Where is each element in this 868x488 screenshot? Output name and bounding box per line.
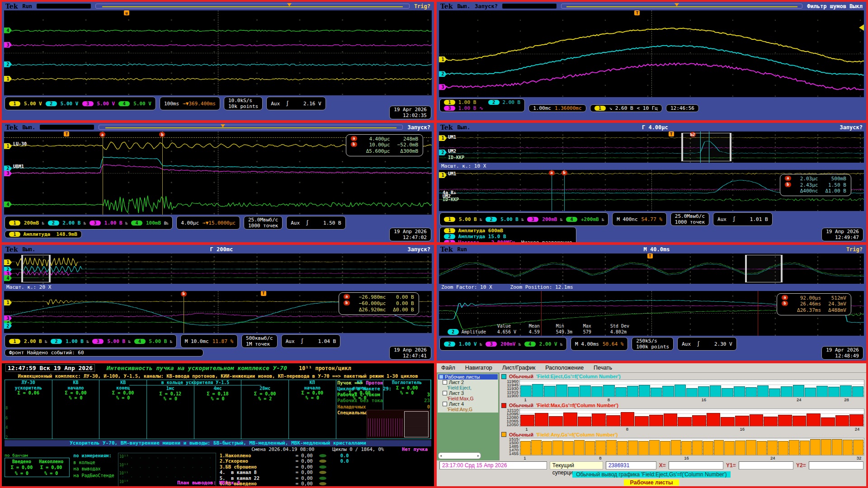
bar <box>580 385 591 397</box>
scroll-left-icon[interactable]: ◂ <box>440 454 442 458</box>
extraction-list-item: 2.Ускорено= 0,000.0 <box>220 458 431 464</box>
zoom-window-bracket[interactable] <box>681 133 731 161</box>
date-time-box: 19 Апр 2026 12:49:47 <box>821 228 863 241</box>
bar <box>664 413 678 426</box>
horizontal-position-bar[interactable] <box>561 4 802 9</box>
menu-item-Печать[interactable]: Печать <box>594 365 612 371</box>
measurement-table: ValueMeanMinMaxStd Dev2 Amplitude4.656 V… <box>448 323 637 335</box>
tree-item-formula[interactable]: 'Field:Max,G <box>438 396 498 401</box>
cursor-a-line[interactable] <box>103 131 103 215</box>
bar <box>789 440 799 455</box>
cursor-b-line[interactable] <box>564 170 565 211</box>
extraction-list-item: 3.БВ сброшено= 0,00 <box>220 464 431 469</box>
by-bunch-label: по банчам <box>5 453 70 458</box>
tree-item-Лист 3[interactable]: Лист 3 <box>438 390 498 396</box>
horizontal-position-bar[interactable] <box>95 4 410 9</box>
bar <box>746 440 756 455</box>
cursor-b-line[interactable] <box>758 291 758 336</box>
extraction-list: 1.Накоплено= 0,000.02.Ускорено= 0,000.03… <box>220 453 431 486</box>
tree-item-Лист 2[interactable]: Лист 2 <box>438 380 498 385</box>
sheet-checkbox[interactable] <box>443 402 447 406</box>
tree-root-worksheets[interactable]: Рабочие листы <box>438 374 498 380</box>
trigger-position-icon[interactable] <box>221 124 225 127</box>
channel-scale-box: 15.00 V25.00 V35.00 V45.00 V <box>5 97 156 110</box>
trigger-position-icon[interactable] <box>675 3 679 6</box>
chart-plot-area: 1196011945119301191511900 <box>519 380 864 397</box>
oscilloscope-2: Tek Вып. Запуск? Фильтр шумов Выкл T 1 2… <box>437 2 866 120</box>
aux-trigger-box: Aux ∫1.04 В <box>281 334 341 348</box>
sheet-checkbox[interactable] <box>443 391 447 395</box>
panel-title: Интенсивность пучка на ускорительном ком… <box>107 365 287 371</box>
zoom-factor-label: Zoom Factor: 10 X <box>441 284 492 290</box>
cursor-line[interactable] <box>184 291 184 333</box>
bar <box>520 415 534 426</box>
tree-item-Лист 4[interactable]: Лист 4 <box>438 401 498 407</box>
cursor-b-line[interactable] <box>162 131 163 215</box>
trigger-box: 1↘ 2.60 В< 10 Гц <box>590 104 662 112</box>
bar <box>832 439 842 455</box>
tree-item-formula[interactable]: 'Field:Any,G <box>438 407 498 412</box>
bar <box>793 385 804 397</box>
date-time-box: 19 Апр 2026 12:47:41 <box>389 346 431 360</box>
menu-item-Навигатор[interactable]: Навигатор <box>465 365 492 371</box>
bar <box>578 417 592 426</box>
injected-accumulated-table: ВведеноНакоплено Σ = 0,00Σ = 0,00 % = 0%… <box>5 458 70 477</box>
timebase-box: M 400nс54.77 % <box>612 212 667 226</box>
intensity-table: ЛУ-30ускорительΣ = 0,06КВначалоΣ = 0,00%… <box>5 380 431 439</box>
extraction-list-item: 5. в канал 22= 0,00 <box>220 475 431 481</box>
scope3-trigger-status: Запуск? <box>407 124 430 131</box>
injection-complex-subtitle: Инжекционный комплекс: ЛУ-30, И-100, У-1… <box>2 373 434 380</box>
tek-logo: Tek <box>440 246 453 253</box>
bar <box>532 384 543 397</box>
oscilloscope-6: Tek Run M 40.0ms Trig? T Zoom Factor: 10… <box>437 245 866 361</box>
y1-input[interactable] <box>739 461 793 469</box>
tree-item-formula[interactable]: 'Field:Eject, <box>438 385 498 390</box>
sheet-checkbox[interactable] <box>443 380 447 385</box>
bar <box>686 388 698 397</box>
y1-label: Y1= <box>726 462 736 469</box>
extraction-list-item: 6.МВ выведено= 0,00 <box>220 481 431 486</box>
trigger-position-icon[interactable] <box>287 3 292 6</box>
menu-item-Файл[interactable]: Файл <box>441 365 455 371</box>
cycle-stat: Наладочных0 <box>337 404 430 410</box>
bar <box>627 386 638 397</box>
bar <box>639 385 650 397</box>
bar <box>535 413 549 426</box>
channel-scale-box: 15.00 В ‰25.00 В ‰3200mВ ‰4+200mВ ‰ <box>439 212 609 226</box>
aux-trigger-box: Aux ∫2.30 V <box>677 337 737 351</box>
scope5-trigger-status: Запуск? <box>407 246 430 253</box>
horizontal-position-bar[interactable] <box>99 125 403 130</box>
date-time-box: 19 Апр 2026 12:47:02 <box>389 228 431 241</box>
bar <box>585 441 595 455</box>
folder-icon <box>439 375 443 379</box>
bar <box>853 440 863 455</box>
x-input[interactable] <box>669 461 723 469</box>
supercycle-value[interactable]: 2386931 <box>606 461 656 469</box>
y2-input[interactable] <box>809 461 863 469</box>
menu-item-Расположение[interactable]: Расположение <box>545 365 584 371</box>
zoom-window-bracket[interactable] <box>21 255 51 282</box>
menu-item-Лист/График[interactable]: Лист/График <box>502 365 535 371</box>
zoom-window-bracket[interactable] <box>745 255 783 282</box>
cycle-stat: Рабочих без тока23 <box>337 398 430 404</box>
channel-2-pill: 2 <box>444 342 455 347</box>
bar-chart-3: Обычный'Field:Any,Gs'=f('Column Number')… <box>501 432 864 460</box>
trigger-time-marker: T <box>669 131 674 136</box>
bar <box>769 389 780 397</box>
bar <box>793 416 807 426</box>
chart-plot-area: 1211012095120801206512050 <box>519 408 864 426</box>
intensity-column: КВконецΣ = 0,00% = 0 <box>99 380 147 439</box>
sidebar-scrollbar[interactable]: ◂▸ <box>438 452 481 459</box>
trigger-level-arrow <box>859 24 864 31</box>
zoom-scale-label: Масшт. к.: 20 X <box>6 284 51 290</box>
channel-1-pill: 1 <box>9 101 20 106</box>
cursor-a-line[interactable] <box>552 170 552 211</box>
menu-bar: ФайлНавигаторЛист/ГрафикРасположениеПеча… <box>437 363 866 373</box>
scope2-header: Tek Вып. Запуск? Фильтр шумов Выкл <box>437 2 866 10</box>
intensity-column: ЛУ-30ускорительΣ = 0,06 <box>5 380 52 439</box>
scope3-readout-bar: 1200mВ ‰22.00 В ‰31.00 В ‰4100mВ Ω‰4.00µ… <box>2 215 434 242</box>
scroll-right-icon[interactable]: ▸ <box>477 454 479 458</box>
bar <box>671 440 681 455</box>
channel-1-pill: 1 <box>444 228 455 233</box>
tab-worksheets[interactable]: Рабочие листы <box>624 479 679 486</box>
